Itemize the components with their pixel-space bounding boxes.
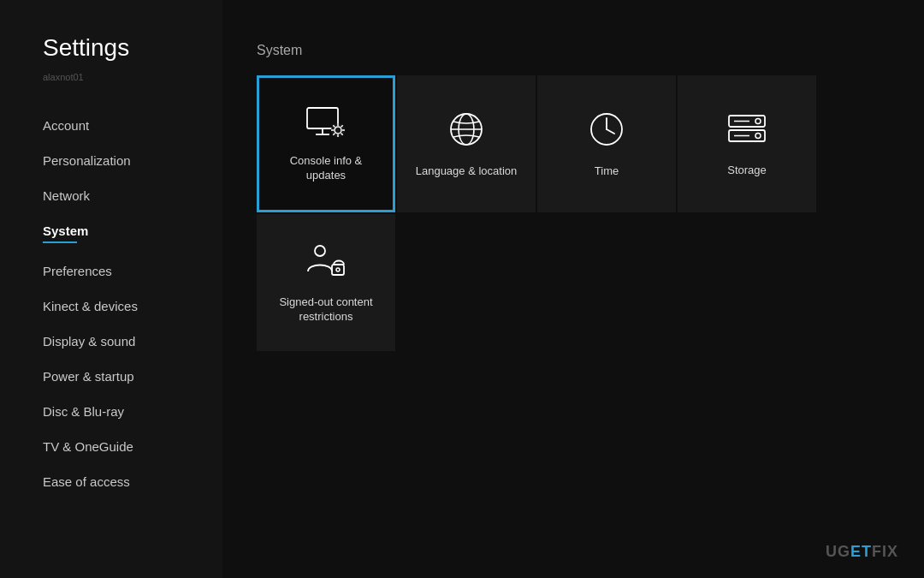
tile-language-location-label: Language & location (409, 164, 524, 179)
watermark-suffix: FIX (872, 543, 898, 560)
tile-language-location[interactable]: Language & location (397, 75, 536, 212)
tile-console-info[interactable]: Console info &updates (257, 75, 395, 212)
console-icon (304, 104, 348, 142)
tile-storage-label: Storage (720, 164, 773, 178)
section-title: System (257, 43, 881, 58)
sidebar-item-display-sound[interactable]: Display & sound (0, 324, 222, 359)
clock-icon (587, 110, 626, 152)
tile-signed-out[interactable]: Signed-out contentrestrictions (257, 214, 395, 351)
svg-line-18 (607, 129, 614, 134)
svg-point-27 (336, 268, 340, 271)
sidebar-item-preferences[interactable]: Preferences (0, 253, 222, 289)
watermark-prefix: UG (826, 543, 850, 560)
tile-storage[interactable]: Storage (678, 75, 816, 212)
watermark-highlight: ET (850, 543, 872, 560)
tile-signed-out-label: Signed-out contentrestrictions (272, 295, 379, 325)
storage-icon (726, 110, 768, 152)
tile-time[interactable]: Time (537, 75, 676, 212)
app-title: Settings (0, 34, 222, 69)
watermark: UGETFIX (826, 543, 898, 561)
sidebar-item-power-startup[interactable]: Power & startup (0, 359, 222, 394)
sidebar-item-network[interactable]: Network (0, 178, 222, 213)
user-lock-icon (305, 241, 347, 283)
svg-point-22 (755, 133, 761, 138)
svg-point-21 (755, 118, 761, 123)
app-subtitle: alaxnot01 (0, 72, 222, 108)
svg-point-25 (315, 246, 325, 256)
tile-time-label: Time (588, 164, 625, 179)
sidebar-item-disc-bluray[interactable]: Disc & Blu-ray (0, 394, 222, 429)
svg-rect-26 (332, 265, 344, 275)
sidebar-item-account[interactable]: Account (0, 108, 222, 143)
sidebar-item-kinect-devices[interactable]: Kinect & devices (0, 289, 222, 324)
sidebar-item-ease-access[interactable]: Ease of access (0, 464, 222, 499)
sidebar-item-tv-oneguide[interactable]: TV & OneGuide (0, 429, 222, 464)
sidebar-item-system[interactable]: System (0, 213, 222, 253)
sidebar: Settings alaxnot01 Account Personalizati… (0, 0, 222, 578)
sidebar-item-personalization[interactable]: Personalization (0, 143, 222, 178)
tile-console-info-label: Console info &updates (283, 154, 370, 183)
globe-icon (447, 110, 486, 152)
tiles-grid: Console info &updates Language & locatio… (257, 75, 881, 351)
main-content: System (222, 0, 924, 578)
